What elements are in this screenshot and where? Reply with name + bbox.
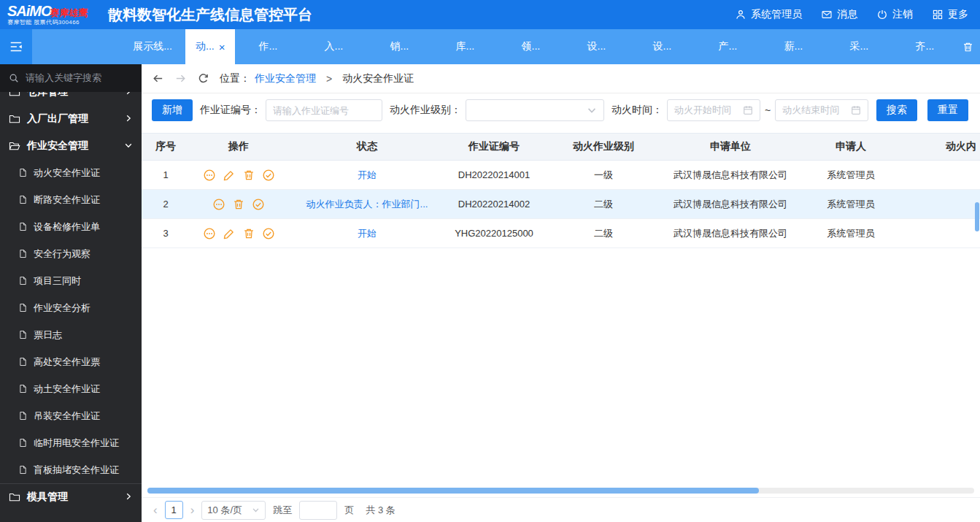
messages-button[interactable]: 消息	[821, 8, 857, 21]
user-menu[interactable]: 系统管理员	[735, 8, 802, 21]
page-number-button[interactable]: 1	[165, 501, 183, 519]
user-icon	[735, 9, 746, 20]
cert-no-input[interactable]	[266, 99, 382, 121]
breadcrumb-prefix: 位置：	[220, 72, 250, 85]
cell-actions	[190, 161, 288, 189]
sidebar-group[interactable]: 作业安全管理	[0, 132, 142, 159]
logout-label: 注销	[892, 8, 913, 21]
jump-page-input[interactable]	[299, 501, 337, 520]
table-body: 1开始DH20220214001一级武汉博晟信息科技有限公司系统管理员2动火作业…	[142, 161, 980, 248]
tab-active[interactable]: 动...×	[185, 29, 235, 64]
tab-item[interactable]: 入...	[301, 29, 366, 64]
refresh-icon[interactable]	[197, 72, 209, 85]
more-menu[interactable]: 更多	[932, 8, 968, 21]
sidebar-search-input[interactable]: 请输入关键字搜索	[0, 64, 142, 92]
prev-page-icon[interactable]: ‹	[153, 504, 158, 516]
sidebar-item[interactable]: 临时用电安全作业证	[0, 429, 142, 456]
cell-org: 武汉博晟信息科技有限公司	[665, 219, 795, 247]
vertical-scrollbar-thumb[interactable]	[975, 202, 979, 231]
status-link[interactable]: 开始	[358, 169, 377, 182]
breadcrumb-parent-link[interactable]: 作业安全管理	[255, 72, 316, 85]
reset-button[interactable]: 重置	[927, 99, 968, 121]
sidebar-item[interactable]: 动土安全作业证	[0, 375, 142, 402]
back-icon[interactable]	[152, 72, 164, 85]
time-label: 动火时间：	[611, 104, 663, 117]
menu-label: 项目三同时	[34, 275, 81, 288]
body-row: 请输入关键字搜索 仓库管理入厂出厂管理作业安全管理动火安全作业证断路安全作业证设…	[0, 64, 980, 522]
add-button[interactable]: 新增	[152, 99, 193, 121]
sidebar-item[interactable]: 设备检修作业单	[0, 213, 142, 240]
start-time-placeholder: 动火开始时间	[674, 104, 731, 117]
approve-icon[interactable]	[262, 169, 275, 182]
menu-label: 盲板抽堵安全作业证	[34, 464, 119, 477]
edit-icon[interactable]	[223, 227, 236, 240]
forward-icon[interactable]	[174, 72, 187, 85]
tab-item[interactable]: 展示线...	[120, 29, 185, 64]
document-icon	[18, 384, 28, 394]
collapse-sidebar-button[interactable]	[0, 29, 32, 64]
tab-item[interactable]: 薪...	[760, 29, 826, 64]
tab-item[interactable]: 产...	[695, 29, 760, 64]
start-time-input[interactable]: 动火开始时间	[667, 99, 760, 121]
horizontal-scrollbar-thumb[interactable]	[147, 488, 759, 494]
next-page-icon[interactable]: ›	[190, 504, 195, 516]
tab-item[interactable]: 作...	[235, 29, 301, 64]
edit-icon[interactable]	[223, 169, 236, 182]
tab-close-icon[interactable]: ×	[219, 42, 225, 53]
horizontal-scrollbar[interactable]	[147, 488, 974, 494]
tab-item[interactable]: 齐...	[892, 29, 957, 64]
column-header: 申请人	[795, 134, 906, 160]
cert-no-label: 作业证编号：	[200, 104, 261, 117]
sidebar-group[interactable]: 模具管理	[0, 483, 142, 510]
menu-label: 安全行为观察	[34, 247, 90, 261]
end-time-input[interactable]: 动火结束时间	[775, 99, 868, 121]
tab-item[interactable]: 领...	[498, 29, 563, 64]
sidebar-item[interactable]: 动火安全作业证	[0, 159, 142, 186]
column-header: 序号	[142, 134, 190, 160]
tab-item[interactable]: 设...	[629, 29, 695, 64]
sidebar-item[interactable]: 作业安全分析	[0, 294, 142, 321]
document-icon	[18, 330, 28, 339]
status-link[interactable]: 开始	[358, 227, 377, 240]
delete-icon[interactable]	[242, 169, 255, 182]
cell-org: 武汉博晟信息科技有限公司	[665, 161, 795, 189]
tab-item[interactable]: 采...	[826, 29, 892, 64]
tab-item[interactable]: 销...	[366, 29, 432, 64]
sidebar-item[interactable]: 高处安全作业票	[0, 348, 142, 375]
tab-item[interactable]: 库...	[432, 29, 498, 64]
action-buttons	[212, 198, 265, 211]
column-header: 作业证编号	[447, 134, 541, 160]
more-icon[interactable]	[203, 169, 216, 182]
calendar-icon	[743, 105, 753, 115]
tab-label: 动...	[196, 40, 215, 53]
status-link[interactable]: 动火作业负责人：作业部门...	[306, 198, 428, 211]
delete-icon[interactable]	[232, 198, 245, 211]
more-icon[interactable]	[203, 227, 216, 240]
menu-label: 模具管理	[27, 491, 117, 504]
sidebar-item[interactable]: 盲板抽堵安全作业证	[0, 456, 142, 483]
sidebar-item[interactable]: 票日志	[0, 321, 142, 348]
sidebar-item[interactable]: 吊装安全作业证	[0, 402, 142, 429]
close-all-tabs-icon[interactable]	[962, 29, 974, 64]
more-icon[interactable]	[212, 198, 225, 211]
page-size-select[interactable]: 10 条/页	[201, 501, 266, 520]
approve-icon[interactable]	[252, 198, 265, 211]
sidebar-item[interactable]: 项目三同时	[0, 267, 142, 294]
tab-label: 薪...	[784, 40, 803, 53]
tab-label: 产...	[719, 40, 738, 53]
cert-no-input-field[interactable]	[273, 105, 375, 116]
cell-no: 3	[142, 219, 190, 247]
tab-item[interactable]: 设...	[563, 29, 629, 64]
sidebar-item[interactable]: 安全行为观察	[0, 240, 142, 267]
level-select[interactable]	[466, 99, 604, 121]
search-button[interactable]: 搜索	[876, 99, 917, 121]
logout-button[interactable]: 注销	[876, 8, 913, 21]
delete-icon[interactable]	[242, 227, 255, 240]
sidebar-group[interactable]: 入厂出厂管理	[0, 105, 142, 132]
sidebar-item[interactable]: 断路安全作业证	[0, 186, 142, 213]
sidebar-group[interactable]: 仓库管理	[0, 92, 142, 105]
logout-icon	[876, 9, 888, 20]
approve-icon[interactable]	[262, 227, 275, 240]
grid-icon	[932, 9, 944, 20]
table-header-row: 序号操作状态作业证编号动火作业级别申请单位申请人动火内	[142, 133, 980, 161]
